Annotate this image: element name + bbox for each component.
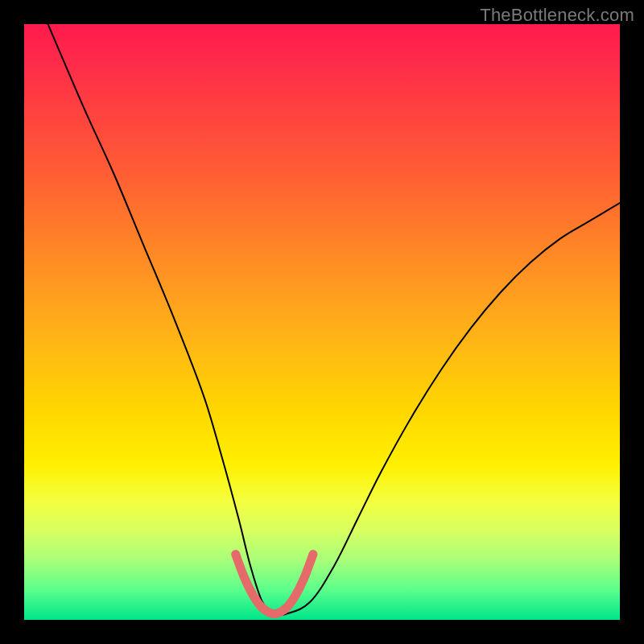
chart-frame: TheBottleneck.com [0, 0, 644, 644]
curve-layer [24, 24, 620, 620]
bottleneck-curve [48, 24, 620, 616]
watermark-text: TheBottleneck.com [480, 5, 634, 26]
plot-area [24, 24, 620, 620]
notch-highlight [236, 555, 313, 614]
